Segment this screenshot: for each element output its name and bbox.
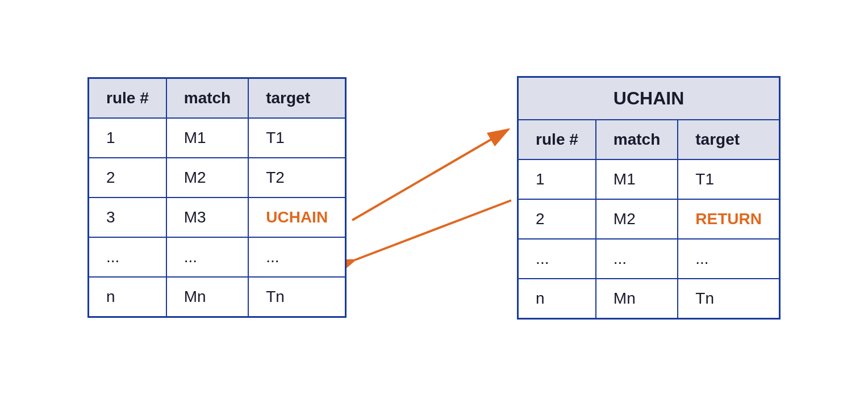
table-row: n Mn Tn bbox=[518, 279, 780, 319]
right-row1-rule: 1 bbox=[518, 159, 596, 199]
left-table: rule # match target 1 M1 T1 2 M2 T2 3 bbox=[87, 77, 347, 318]
left-row2-target: T2 bbox=[248, 158, 345, 198]
table-row: 1 M1 T1 bbox=[89, 118, 346, 158]
right-row2-target: RETURN bbox=[678, 199, 779, 239]
right-row3-rule: ... bbox=[518, 239, 596, 279]
table-row: 2 M2 RETURN bbox=[518, 199, 780, 239]
arrow-area bbox=[347, 13, 517, 382]
left-table-wrapper: rule # match target 1 M1 T1 2 M2 T2 3 bbox=[87, 77, 347, 318]
table-row: ... ... ... bbox=[518, 239, 780, 279]
right-row4-rule: n bbox=[518, 279, 596, 319]
right-table-wrapper: UCHAIN rule # match target 1 M1 T1 2 M2 … bbox=[517, 76, 781, 320]
right-row2-match: M2 bbox=[596, 199, 678, 239]
table-row: ... ... ... bbox=[89, 237, 346, 277]
right-row4-match: Mn bbox=[596, 279, 678, 319]
left-header-target: target bbox=[248, 78, 345, 119]
left-row2-match: M2 bbox=[166, 158, 248, 198]
right-row1-match: M1 bbox=[596, 159, 678, 199]
left-row1-target: T1 bbox=[248, 118, 345, 158]
arrows-svg bbox=[347, 13, 517, 382]
uchain-title: UCHAIN bbox=[518, 77, 780, 120]
left-row4-target: ... bbox=[248, 237, 345, 277]
left-row3-match: M3 bbox=[166, 198, 248, 237]
right-header-rule: rule # bbox=[518, 120, 596, 159]
right-row3-target: ... bbox=[678, 239, 779, 279]
left-header-rule: rule # bbox=[89, 78, 166, 119]
right-row1-target: T1 bbox=[678, 159, 779, 199]
left-row3-rule: 3 bbox=[89, 198, 166, 237]
left-row2-rule: 2 bbox=[89, 158, 166, 198]
left-row4-rule: ... bbox=[89, 237, 166, 277]
right-row3-match: ... bbox=[596, 239, 678, 279]
table-row: 2 M2 T2 bbox=[89, 158, 346, 198]
right-header-match: match bbox=[596, 120, 678, 159]
table-row: 3 M3 UCHAIN bbox=[89, 198, 346, 237]
left-header-match: match bbox=[166, 78, 248, 119]
left-row1-match: M1 bbox=[166, 118, 248, 158]
left-row5-match: Mn bbox=[166, 277, 248, 317]
right-table: UCHAIN rule # match target 1 M1 T1 2 M2 … bbox=[517, 76, 781, 320]
diagram-container: rule # match target 1 M1 T1 2 M2 T2 3 bbox=[36, 13, 832, 382]
right-row2-rule: 2 bbox=[518, 199, 596, 239]
arrow-to-uchain bbox=[352, 129, 508, 220]
left-row5-rule: n bbox=[89, 277, 166, 317]
left-row5-target: Tn bbox=[248, 277, 345, 317]
table-row: 1 M1 T1 bbox=[518, 159, 780, 199]
right-header-target: target bbox=[678, 120, 779, 159]
left-row3-target: UCHAIN bbox=[248, 198, 345, 237]
right-row4-target: Tn bbox=[678, 279, 779, 319]
left-row1-rule: 1 bbox=[89, 118, 166, 158]
left-row4-match: ... bbox=[166, 237, 248, 277]
arrow-return bbox=[355, 200, 511, 260]
table-row: n Mn Tn bbox=[89, 277, 346, 317]
